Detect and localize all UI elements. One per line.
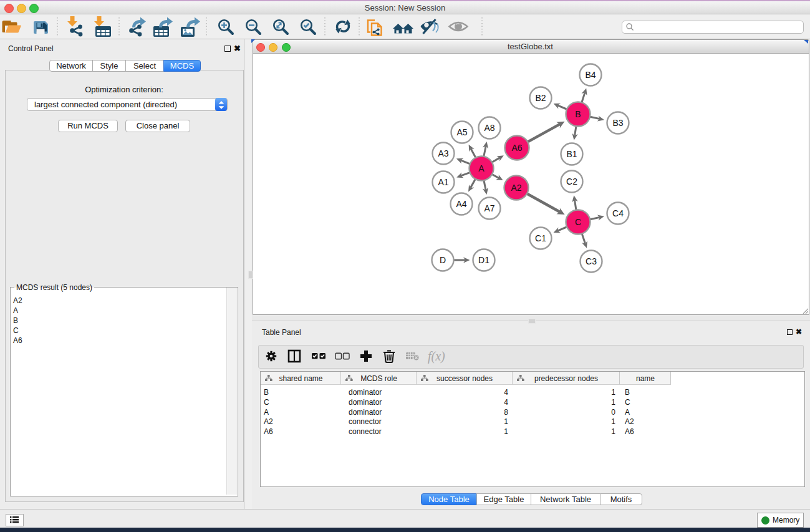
- svg-text:C1: C1: [535, 233, 546, 243]
- svg-text:A6: A6: [511, 143, 522, 153]
- svg-text:A4: A4: [456, 199, 466, 209]
- svg-text:f(x): f(x): [428, 349, 445, 364]
- svg-text:D: D: [440, 255, 446, 265]
- svg-text:A1: A1: [438, 177, 448, 187]
- svg-text:C3: C3: [586, 256, 597, 266]
- svg-text:A5: A5: [456, 127, 467, 137]
- svg-text:B4: B4: [585, 70, 595, 80]
- svg-text:A2: A2: [511, 183, 521, 193]
- svg-text:A8: A8: [484, 123, 494, 133]
- svg-text:D1: D1: [478, 255, 489, 265]
- svg-text:C4: C4: [612, 208, 624, 218]
- svg-text:B1: B1: [566, 149, 577, 159]
- svg-text:C: C: [575, 217, 581, 227]
- svg-text:A: A: [478, 163, 485, 173]
- svg-text:A7: A7: [484, 203, 494, 213]
- svg-text:A3: A3: [438, 148, 448, 158]
- svg-text:B: B: [575, 109, 581, 119]
- svg-text:C2: C2: [566, 177, 577, 186]
- svg-text:B3: B3: [612, 118, 623, 128]
- svg-text:B2: B2: [535, 93, 546, 103]
